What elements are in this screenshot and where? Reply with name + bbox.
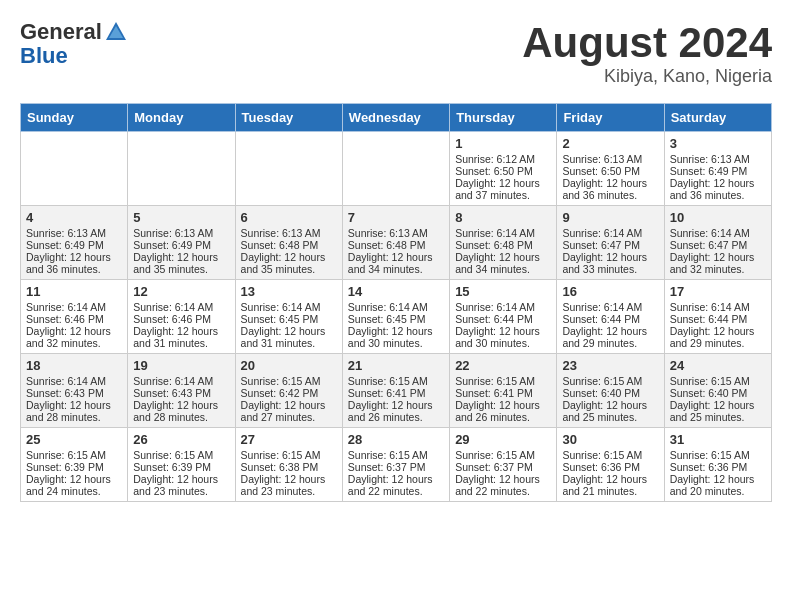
- logo-blue: Blue: [20, 44, 128, 68]
- day-number: 29: [455, 432, 551, 447]
- day-content: Sunrise: 6:14 AM: [562, 301, 658, 313]
- day-content: Sunrise: 6:13 AM: [241, 227, 337, 239]
- table-row: [342, 132, 449, 206]
- day-content: Daylight: 12 hours and 36 minutes.: [670, 177, 766, 201]
- day-number: 5: [133, 210, 229, 225]
- day-content: Daylight: 12 hours and 37 minutes.: [455, 177, 551, 201]
- day-content: Sunrise: 6:15 AM: [670, 449, 766, 461]
- day-content: Daylight: 12 hours and 29 minutes.: [670, 325, 766, 349]
- day-content: Daylight: 12 hours and 32 minutes.: [670, 251, 766, 275]
- day-content: Daylight: 12 hours and 31 minutes.: [133, 325, 229, 349]
- day-number: 22: [455, 358, 551, 373]
- day-number: 8: [455, 210, 551, 225]
- table-row: 23Sunrise: 6:15 AMSunset: 6:40 PMDayligh…: [557, 354, 664, 428]
- day-content: Daylight: 12 hours and 25 minutes.: [670, 399, 766, 423]
- table-row: 10Sunrise: 6:14 AMSunset: 6:47 PMDayligh…: [664, 206, 771, 280]
- day-content: Sunrise: 6:14 AM: [26, 301, 122, 313]
- day-content: Sunrise: 6:15 AM: [670, 375, 766, 387]
- table-row: 2Sunrise: 6:13 AMSunset: 6:50 PMDaylight…: [557, 132, 664, 206]
- day-content: Sunset: 6:49 PM: [670, 165, 766, 177]
- day-content: Sunset: 6:39 PM: [133, 461, 229, 473]
- day-number: 13: [241, 284, 337, 299]
- day-content: Sunrise: 6:15 AM: [133, 449, 229, 461]
- day-content: Daylight: 12 hours and 35 minutes.: [241, 251, 337, 275]
- calendar-week-row: 1Sunrise: 6:12 AMSunset: 6:50 PMDaylight…: [21, 132, 772, 206]
- day-content: Sunrise: 6:15 AM: [562, 449, 658, 461]
- day-content: Sunrise: 6:14 AM: [455, 301, 551, 313]
- table-row: 9Sunrise: 6:14 AMSunset: 6:47 PMDaylight…: [557, 206, 664, 280]
- day-content: Daylight: 12 hours and 21 minutes.: [562, 473, 658, 497]
- day-content: Sunset: 6:36 PM: [670, 461, 766, 473]
- day-content: Sunset: 6:42 PM: [241, 387, 337, 399]
- table-row: 27Sunrise: 6:15 AMSunset: 6:38 PMDayligh…: [235, 428, 342, 502]
- day-content: Daylight: 12 hours and 30 minutes.: [348, 325, 444, 349]
- day-number: 24: [670, 358, 766, 373]
- day-content: Daylight: 12 hours and 28 minutes.: [133, 399, 229, 423]
- day-number: 14: [348, 284, 444, 299]
- day-number: 25: [26, 432, 122, 447]
- logo: General Blue: [20, 20, 128, 68]
- day-number: 18: [26, 358, 122, 373]
- day-content: Daylight: 12 hours and 36 minutes.: [562, 177, 658, 201]
- day-number: 26: [133, 432, 229, 447]
- day-content: Sunset: 6:47 PM: [670, 239, 766, 251]
- day-content: Sunset: 6:43 PM: [26, 387, 122, 399]
- day-number: 23: [562, 358, 658, 373]
- day-number: 17: [670, 284, 766, 299]
- day-content: Sunrise: 6:13 AM: [670, 153, 766, 165]
- day-content: Daylight: 12 hours and 27 minutes.: [241, 399, 337, 423]
- day-number: 11: [26, 284, 122, 299]
- calendar-table: Sunday Monday Tuesday Wednesday Thursday…: [20, 103, 772, 502]
- day-content: Sunset: 6:41 PM: [455, 387, 551, 399]
- day-content: Daylight: 12 hours and 26 minutes.: [348, 399, 444, 423]
- day-number: 19: [133, 358, 229, 373]
- day-content: Sunset: 6:41 PM: [348, 387, 444, 399]
- day-content: Daylight: 12 hours and 28 minutes.: [26, 399, 122, 423]
- day-content: Daylight: 12 hours and 22 minutes.: [348, 473, 444, 497]
- table-row: 13Sunrise: 6:14 AMSunset: 6:45 PMDayligh…: [235, 280, 342, 354]
- logo-general: General: [20, 20, 102, 44]
- day-content: Daylight: 12 hours and 24 minutes.: [26, 473, 122, 497]
- day-number: 3: [670, 136, 766, 151]
- day-content: Sunrise: 6:15 AM: [455, 375, 551, 387]
- day-content: Sunrise: 6:13 AM: [348, 227, 444, 239]
- day-content: Daylight: 12 hours and 33 minutes.: [562, 251, 658, 275]
- table-row: 7Sunrise: 6:13 AMSunset: 6:48 PMDaylight…: [342, 206, 449, 280]
- day-content: Sunrise: 6:14 AM: [455, 227, 551, 239]
- title-block: August 2024 Kibiya, Kano, Nigeria: [522, 20, 772, 87]
- day-content: Daylight: 12 hours and 36 minutes.: [26, 251, 122, 275]
- table-row: 5Sunrise: 6:13 AMSunset: 6:49 PMDaylight…: [128, 206, 235, 280]
- day-content: Daylight: 12 hours and 34 minutes.: [348, 251, 444, 275]
- logo-icon: [104, 20, 128, 44]
- calendar-week-row: 11Sunrise: 6:14 AMSunset: 6:46 PMDayligh…: [21, 280, 772, 354]
- col-wednesday: Wednesday: [342, 104, 449, 132]
- calendar-week-row: 18Sunrise: 6:14 AMSunset: 6:43 PMDayligh…: [21, 354, 772, 428]
- day-content: Daylight: 12 hours and 23 minutes.: [133, 473, 229, 497]
- day-content: Sunrise: 6:14 AM: [241, 301, 337, 313]
- table-row: 11Sunrise: 6:14 AMSunset: 6:46 PMDayligh…: [21, 280, 128, 354]
- table-row: 6Sunrise: 6:13 AMSunset: 6:48 PMDaylight…: [235, 206, 342, 280]
- day-content: Sunset: 6:49 PM: [26, 239, 122, 251]
- day-number: 16: [562, 284, 658, 299]
- day-content: Sunrise: 6:15 AM: [562, 375, 658, 387]
- table-row: 18Sunrise: 6:14 AMSunset: 6:43 PMDayligh…: [21, 354, 128, 428]
- day-content: Sunset: 6:44 PM: [562, 313, 658, 325]
- calendar-week-row: 4Sunrise: 6:13 AMSunset: 6:49 PMDaylight…: [21, 206, 772, 280]
- table-row: 30Sunrise: 6:15 AMSunset: 6:36 PMDayligh…: [557, 428, 664, 502]
- table-row: 22Sunrise: 6:15 AMSunset: 6:41 PMDayligh…: [450, 354, 557, 428]
- table-row: 4Sunrise: 6:13 AMSunset: 6:49 PMDaylight…: [21, 206, 128, 280]
- day-number: 9: [562, 210, 658, 225]
- day-number: 10: [670, 210, 766, 225]
- day-content: Sunset: 6:48 PM: [348, 239, 444, 251]
- table-row: [235, 132, 342, 206]
- day-number: 20: [241, 358, 337, 373]
- day-content: Sunset: 6:46 PM: [26, 313, 122, 325]
- day-content: Daylight: 12 hours and 20 minutes.: [670, 473, 766, 497]
- day-content: Sunset: 6:46 PM: [133, 313, 229, 325]
- day-number: 27: [241, 432, 337, 447]
- day-number: 12: [133, 284, 229, 299]
- day-number: 30: [562, 432, 658, 447]
- day-number: 28: [348, 432, 444, 447]
- day-number: 6: [241, 210, 337, 225]
- table-row: 26Sunrise: 6:15 AMSunset: 6:39 PMDayligh…: [128, 428, 235, 502]
